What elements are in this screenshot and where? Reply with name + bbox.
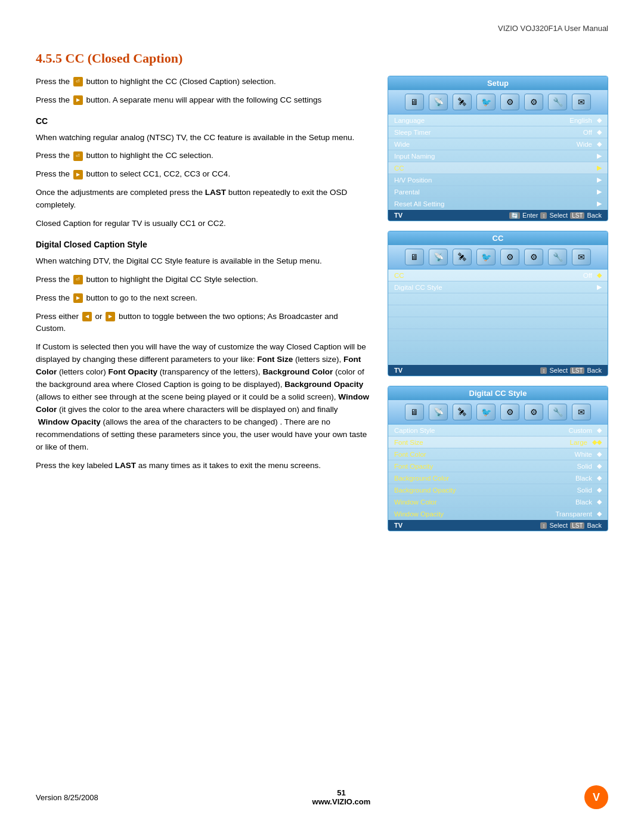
cc-antenna-icon: 📡 [429, 249, 448, 265]
cc-mail-icon: ✉ [572, 249, 591, 265]
left-column: Press the button to highlight the CC (Cl… [36, 76, 370, 531]
cc-settings2-icon: ⚙ [524, 249, 543, 265]
dcc-arrow-font-size: ◆◆ [592, 438, 602, 446]
icon-antenna: 📡 [429, 94, 448, 110]
setup-menu-rows: Language English ◆ Sleep Timer Off ◆ Wid… [388, 114, 608, 210]
cc-arrow-digital: ▶ [597, 283, 602, 291]
cc-icon-settings2: ⚙ [524, 249, 543, 265]
setup-label-wide: Wide [394, 141, 577, 148]
cc-icon-monitor: 🖥 [405, 249, 424, 265]
dcc-settings-icon: ⚙ [500, 404, 519, 420]
button-icon-5 [73, 275, 83, 284]
dcc-label-font-size: Font Size [394, 439, 570, 446]
dcc-satellite-icon: 🛰 [453, 404, 472, 420]
cc-menu-rows: CC Off ◆ Digital CC Style ▶ [388, 270, 608, 365]
dcc-heading: Digital Closed Caption Style [36, 239, 370, 252]
footer-logo: V [584, 785, 608, 809]
dcc-para-3: Press the button to go to the next scree… [36, 292, 370, 305]
setup-arrow-hv: ▶ [597, 176, 602, 184]
cc-row-empty5 [388, 341, 608, 353]
cc-select-label: Select [549, 367, 568, 374]
dcc-value-bg-opacity: Solid [577, 487, 592, 494]
cc-icon-settings: ⚙ [500, 249, 519, 265]
dcc-value-caption-style: Custom [568, 427, 592, 434]
dcc-row-bg-color: Background Color Black ◆ [388, 472, 608, 484]
dcc-icon-mail: ✉ [572, 404, 591, 420]
select-label: Select [549, 212, 568, 219]
cc-row-empty4 [388, 329, 608, 341]
dcc-mail-icon: ✉ [572, 404, 591, 420]
cc-value-cc: Off [583, 272, 592, 279]
icon-mail: ✉ [572, 94, 591, 110]
dcc-label-font-color: Font Color [394, 451, 575, 458]
cc-settings3-icon: 🔧 [548, 249, 567, 265]
button-icon-6 [73, 293, 83, 303]
cc-menu-icons: 🖥 📡 🛰 🐦 ⚙ ⚙ [388, 245, 608, 270]
cc-icon-satellite: 🛰 [453, 249, 472, 265]
cc-settings-icon: ⚙ [500, 249, 519, 265]
dcc-row-font-size: Font Size Large ◆◆ [388, 436, 608, 448]
dcc-label-win-color: Window Color [394, 498, 575, 506]
setup-row-sleep: Sleep Timer Off ◆ [388, 126, 608, 138]
dcc-row-bg-opacity: Background Opacity Solid ◆ [388, 484, 608, 496]
setup-arrow-wide: ◆ [597, 140, 602, 148]
dcc-arrow-win-color: ◆ [597, 498, 602, 506]
digital-cc-menu-rows: Caption Style Custom ◆ Font Size Large ◆… [388, 425, 608, 520]
icon-satellite: 🛰 [453, 94, 472, 110]
icon-bird: 🐦 [476, 94, 496, 110]
antenna-icon: 📡 [429, 94, 448, 110]
dcc-row-win-opacity: Window Opacity Transparent ◆ [388, 508, 608, 520]
dcc-arrow-win-opacity: ◆ [597, 510, 602, 518]
cc-row-empty2 [388, 305, 608, 317]
dcc-bottom-controls: ↕ Select LST Back [540, 522, 602, 529]
ud-badge: ↕ [540, 212, 547, 219]
cc-ud-badge: ↕ [540, 367, 547, 374]
cc-icon-antenna: 📡 [429, 249, 448, 265]
cc-arrow-cc: ◆ [597, 271, 602, 279]
dcc-bottom-tv: TV [394, 522, 402, 529]
footer-version: Version 8/25/2008 [36, 793, 98, 802]
dcc-label-bg-opacity: Background Opacity [394, 487, 577, 494]
dcc-arrow-bg-opacity: ◆ [597, 486, 602, 494]
dcc-row-win-color: Window Color Black ◆ [388, 496, 608, 508]
dcc-icon-monitor: 🖥 [405, 404, 424, 420]
setup-arrow-cc: ▶ [597, 164, 602, 172]
dcc-bird-icon: 🐦 [476, 404, 496, 420]
setup-arrow-sleep: ◆ [597, 128, 602, 136]
intro-para-1: Press the button to highlight the CC (Cl… [36, 76, 370, 88]
dcc-row-font-opacity: Font Opacity Solid ◆ [388, 460, 608, 472]
setup-value-language: English [569, 117, 592, 124]
dcc-row-font-color: Font Color White ◆ [388, 448, 608, 460]
cc-row-empty6 [388, 353, 608, 365]
cc-bottom-controls: ↕ Select LST Back [540, 367, 602, 374]
button-icon-4 [73, 170, 83, 179]
cc-bird-icon: 🐦 [476, 249, 496, 265]
setup-value-sleep: Off [583, 129, 592, 136]
dcc-para-2: Press the button to highlight the Digita… [36, 274, 370, 286]
setup-label-reset: Reset All Setting [394, 200, 592, 208]
setup-bottom-bar: TV 🔄 Enter ↕ Select LST Back [388, 210, 608, 221]
dcc-value-font-color: White [575, 451, 592, 458]
settings-icon: ⚙ [500, 94, 519, 110]
dcc-para-4: Press either or button to toggle between… [36, 311, 370, 336]
cc-row-cc: CC Off ◆ [388, 270, 608, 281]
dcc-ud-badge: ↕ [540, 522, 547, 529]
cc-icon-mail: ✉ [572, 249, 591, 265]
icon-settings2: ⚙ [524, 94, 543, 110]
setup-row-wide: Wide Wide ◆ [388, 138, 608, 150]
dcc-icon-bird: 🐦 [476, 404, 496, 420]
dcc-arrow-font-color: ◆ [597, 450, 602, 458]
header-text: VIZIO VOJ320F1A User Manual [498, 24, 608, 33]
last-badge: LST [570, 212, 584, 219]
cc-icon-settings3: 🔧 [548, 249, 567, 265]
dcc-arrow-font-opacity: ◆ [597, 462, 602, 470]
dcc-icon-settings3: 🔧 [548, 404, 567, 420]
cc-last-badge: LST [570, 367, 584, 374]
icon-settings: ⚙ [500, 94, 519, 110]
dcc-para-1: When watching DTV, the Digital CC Style … [36, 255, 370, 268]
button-icon-8 [106, 312, 115, 321]
setup-label-parental: Parental [394, 188, 592, 196]
page-footer: Version 8/25/2008 51 www.VIZIO.com V [36, 785, 608, 809]
digital-cc-menu-box: Digital CC Style 🖥 📡 🛰 🐦 ⚙ [388, 386, 608, 531]
dcc-label-win-opacity: Window Opacity [394, 510, 555, 518]
